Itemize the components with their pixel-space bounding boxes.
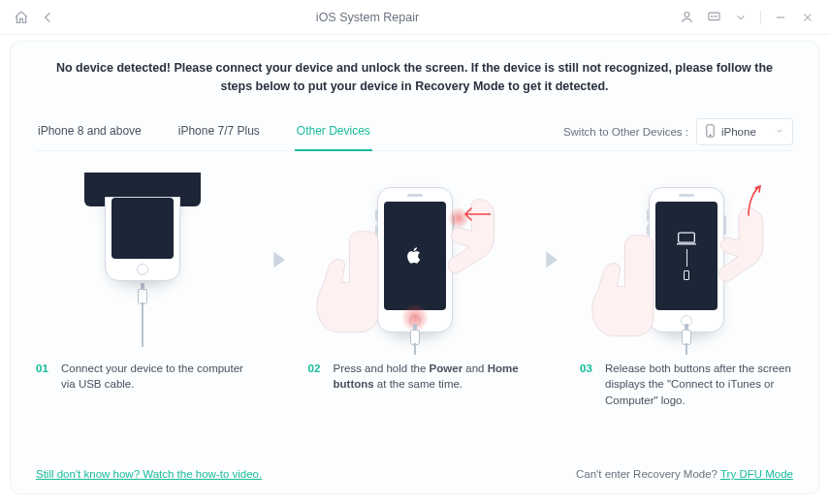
arrow-icon: [533, 173, 568, 347]
slide-arrow-icon: [458, 207, 491, 221]
svg-point-2: [711, 16, 712, 17]
release-arrow-icon: [745, 182, 764, 217]
minimize-icon[interactable]: [773, 10, 788, 25]
tabs-row: iPhone 8 and above iPhone 7/7 Plus Other…: [36, 114, 793, 151]
instruction-text: No device detected! Please connect your …: [36, 59, 793, 107]
switch-label: Switch to Other Devices :: [563, 126, 688, 138]
step-number: 02: [308, 361, 324, 393]
try-dfu-link[interactable]: Try DFU Mode: [720, 468, 793, 480]
step-text: Press and hold the Power and Home button…: [334, 361, 522, 393]
arrow-icon: [261, 173, 296, 347]
device-type-icon: [705, 124, 716, 140]
step-1-illustration: [36, 173, 249, 347]
step-2-illustration: [308, 173, 522, 347]
switch-selected-value: iPhone: [721, 126, 756, 138]
tab-iphone8-above[interactable]: iPhone 8 and above: [36, 114, 143, 151]
step-2: 02 Press and hold the Power and Home but…: [308, 173, 522, 393]
step-text: Connect your device to the computer via …: [61, 361, 249, 393]
switch-device-wrap: Switch to Other Devices : iPhone: [563, 118, 793, 145]
computer-icon: [677, 232, 696, 245]
chevron-down-icon[interactable]: [733, 10, 749, 25]
feedback-icon[interactable]: [706, 10, 721, 25]
svg-rect-7: [679, 233, 695, 242]
dfu-prompt: Can't enter Recovery Mode? Try DFU Mode: [576, 468, 793, 480]
step-text: Release both buttons after the screen di…: [605, 361, 793, 409]
device-tabs: iPhone 8 and above iPhone 7/7 Plus Other…: [36, 114, 372, 150]
footer: Still don't know how? Watch the how-to v…: [36, 462, 793, 480]
svg-point-4: [716, 16, 717, 17]
titlebar-separator: [760, 11, 761, 24]
step-number: 01: [36, 361, 51, 393]
window-title: iOS System Repair: [56, 11, 679, 24]
svg-point-3: [714, 16, 715, 17]
close-icon[interactable]: [800, 10, 815, 25]
step-1: 01 Connect your device to the computer v…: [36, 173, 249, 393]
tab-iphone7[interactable]: iPhone 7/7 Plus: [176, 114, 262, 151]
howto-video-link[interactable]: Still don't know how? Watch the how-to v…: [36, 468, 262, 480]
step-3: 03 Release both buttons after the screen…: [580, 173, 793, 409]
step-3-illustration: [580, 173, 793, 347]
step-number: 03: [580, 361, 595, 409]
svg-point-6: [710, 135, 711, 136]
tab-other-devices[interactable]: Other Devices: [295, 114, 372, 151]
titlebar: iOS System Repair: [0, 0, 829, 35]
chevron-down-icon: [775, 126, 784, 138]
account-icon[interactable]: [679, 10, 694, 25]
switch-device-select[interactable]: iPhone: [696, 118, 793, 145]
svg-point-0: [685, 13, 689, 17]
steps-row: 01 Connect your device to the computer v…: [36, 173, 793, 462]
home-icon[interactable]: [14, 10, 29, 25]
back-icon[interactable]: [41, 10, 56, 25]
main-panel: No device detected! Please connect your …: [10, 41, 819, 494]
apple-logo-icon: [406, 246, 424, 266]
